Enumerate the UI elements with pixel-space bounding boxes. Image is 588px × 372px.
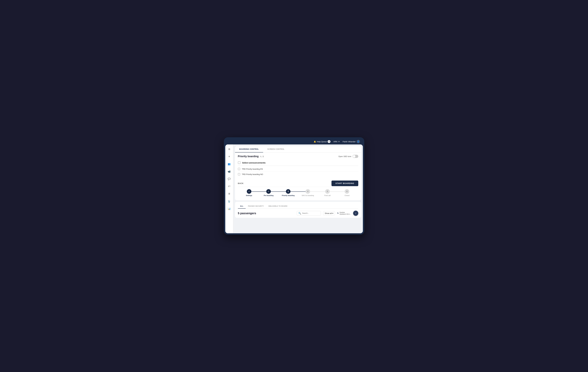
main-area: ⊞ ✈ 👥 📹 💬 🏷 🖥 📡 📊 BOARDING CONTROL SCREE… <box>225 145 363 233</box>
announcement-label-2: TRD Priority boarding NO <box>242 173 263 176</box>
passenger-tab-passed[interactable]: PASSED SECURITY <box>246 204 266 209</box>
step-preboarding-circle: ✓ <box>266 189 271 194</box>
chevron-down-icon: ▾ <box>332 212 333 214</box>
main-tabs: BOARDING CONTROL SCREEN CONTROL <box>235 146 361 153</box>
sidebar-icon-users[interactable]: 👥 <box>227 162 231 166</box>
boarding-card-body: Priority boarding A, B Open SBD lane Sel… <box>235 153 361 200</box>
music-button[interactable]: ♪ <box>353 211 358 216</box>
user-icon: 👤 <box>357 141 359 143</box>
update-text-group: Update Updated 10:2... <box>339 211 351 215</box>
announcement-label-1: TRD Priority boarding EN <box>242 168 263 170</box>
step-settings[interactable]: ✓ Settings <box>239 189 259 196</box>
update-button[interactable]: ↻ Update Updated 10:2... <box>337 211 351 215</box>
search-box[interactable]: 🔍 <box>297 211 321 216</box>
sidebar-icon-flight[interactable]: ✈ <box>227 154 231 159</box>
step-closed[interactable]: 6 Closed <box>337 189 357 196</box>
step-final-call-circle: 5 <box>325 189 330 194</box>
top-bar: 🔔 Help Queue 0 ARN ✈ Patrik Viklander 👤 <box>225 139 363 145</box>
step-priority-number: 3 <box>288 190 289 192</box>
show-all-button[interactable]: Show all ▾ <box>323 211 335 215</box>
search-input[interactable] <box>302 212 319 214</box>
step-closed-circle: 6 <box>345 189 349 194</box>
announcement-checkbox-2[interactable] <box>238 173 240 176</box>
sbd-toggle-group: Open SBD lane <box>338 155 358 158</box>
show-all-label: Show all <box>325 212 332 214</box>
boarding-card-title-sub: A, B <box>260 155 264 158</box>
user-avatar: 👤 <box>357 140 360 143</box>
step-priority-label: Priority boarding <box>282 195 295 196</box>
sidebar-icon-chart[interactable]: 📊 <box>227 206 231 211</box>
select-all-row: Select announcements <box>238 160 358 166</box>
search-icon: 🔍 <box>298 212 301 215</box>
select-all-label: Select announcements <box>242 162 266 164</box>
sbd-toggle-label: Open SBD lane <box>338 155 351 157</box>
step-settings-circle: ✓ <box>247 189 251 194</box>
help-queue-label: Help Queue <box>317 141 327 143</box>
announcement-row-2: TRD Priority boarding NO <box>238 172 358 177</box>
passenger-tab-ineligible[interactable]: INELIGIBLE TO BOARD <box>266 204 290 209</box>
step-settings-label: Settings <box>246 195 252 196</box>
sidebar-icon-tag[interactable]: 🏷 <box>227 184 231 189</box>
boarding-control-card: BOARDING CONTROL SCREEN CONTROL Priority… <box>235 146 361 200</box>
passenger-count: 5 passengers <box>238 212 256 215</box>
boarding-card-header: Priority boarding A, B Open SBD lane <box>238 155 358 158</box>
sidebar-icon-grid[interactable]: ⊞ <box>227 147 231 151</box>
music-icon: ♪ <box>355 212 356 215</box>
step-priority-circle: 3 <box>286 189 291 194</box>
step-final-call[interactable]: 5 Final call <box>318 189 337 196</box>
airport-code: ARN ✈ <box>333 141 340 143</box>
plane-icon: ✈ <box>338 141 340 143</box>
tab-screen-control[interactable]: SCREEN CONTROL <box>263 146 289 153</box>
step-sas-go-label: SAS Go boarding <box>302 195 314 196</box>
announcement-checkbox-1[interactable] <box>238 168 240 170</box>
passenger-card: ALL PASSED SECURITY INELIGIBLE TO BOARD … <box>235 202 361 218</box>
help-queue[interactable]: 🔔 Help Queue 0 <box>314 140 330 143</box>
step-preboarding-checkmark: ✓ <box>268 190 269 192</box>
passenger-tabs: ALL PASSED SECURITY INELIGIBLE TO BOARD <box>238 204 358 209</box>
steps-progress: ✓ Settings ✓ Pre boarding <box>238 187 358 198</box>
sidebar: ⊞ ✈ 👥 📹 💬 🏷 🖥 📡 📊 <box>225 145 233 233</box>
select-all-checkbox[interactable] <box>238 161 241 164</box>
main-content: BOARDING CONTROL SCREEN CONTROL Priority… <box>233 145 363 233</box>
announcements-section: Select announcements TRD Priority boardi… <box>238 160 358 177</box>
updated-time: Updated 10:2... <box>339 213 351 215</box>
step-sas-go[interactable]: 4 SAS Go boarding <box>298 189 318 196</box>
sidebar-icon-wifi[interactable]: 📡 <box>227 199 231 204</box>
user-info[interactable]: Patrik Viklander 👤 <box>343 140 360 143</box>
tablet-frame: 🔔 Help Queue 0 ARN ✈ Patrik Viklander 👤 … <box>224 137 364 235</box>
sidebar-icon-chat[interactable]: 💬 <box>227 176 231 181</box>
update-label: Update <box>339 211 351 213</box>
user-name: Patrik Viklander <box>343 141 356 143</box>
back-button[interactable]: BACK <box>238 181 244 186</box>
step-sas-go-circle: 4 <box>305 189 310 194</box>
help-queue-badge: 0 <box>328 140 330 143</box>
refresh-icon: ↻ <box>337 212 339 214</box>
boarding-card-title-group: Priority boarding A, B <box>238 155 264 158</box>
step-closed-number: 6 <box>346 190 347 192</box>
sidebar-icon-monitor[interactable]: 🖥 <box>227 191 231 196</box>
step-settings-checkmark: ✓ <box>248 190 250 192</box>
step-final-call-number: 5 <box>327 190 328 192</box>
step-preboarding[interactable]: ✓ Pre boarding <box>259 189 278 196</box>
announcement-row-1: TRD Priority boarding EN <box>238 166 358 172</box>
start-boarding-button[interactable]: START BOARDING <box>331 181 358 186</box>
boarding-card-title: Priority boarding <box>238 155 259 158</box>
passenger-tab-all[interactable]: ALL <box>238 204 246 209</box>
step-priority[interactable]: 3 Priority boarding <box>278 189 298 196</box>
step-final-call-label: Final call <box>324 195 330 196</box>
step-sas-go-number: 4 <box>307 190 308 192</box>
action-bar: BACK START BOARDING <box>238 178 358 187</box>
bell-icon: 🔔 <box>314 141 316 143</box>
sidebar-icon-video[interactable]: 📹 <box>227 169 231 174</box>
passenger-header: 5 passengers 🔍 Show all ▾ ↻ Update Updat… <box>238 211 358 216</box>
step-preboarding-label: Pre boarding <box>264 195 273 196</box>
airport-label: ARN <box>333 141 337 143</box>
sbd-toggle[interactable] <box>353 155 358 158</box>
tab-boarding-control[interactable]: BOARDING CONTROL <box>235 146 263 153</box>
step-closed-label: Closed <box>345 195 349 196</box>
